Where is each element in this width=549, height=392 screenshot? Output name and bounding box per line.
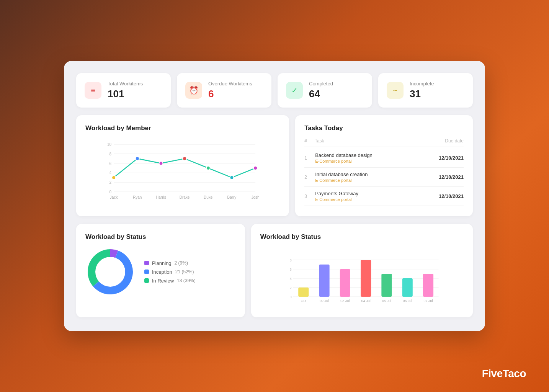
- svg-text:Harris: Harris: [156, 195, 166, 199]
- svg-rect-39: [319, 265, 329, 297]
- task-due: 12/10/2021: [439, 155, 464, 161]
- legend-count: 2 (9%): [175, 260, 188, 266]
- legend-count: 21 (52%): [175, 269, 194, 274]
- brand-logo: FiveTaco: [482, 368, 526, 380]
- col-task: Task: [315, 138, 324, 144]
- svg-text:0: 0: [109, 190, 112, 194]
- svg-rect-47: [402, 278, 412, 297]
- svg-rect-41: [340, 269, 350, 297]
- task-project: E-Commerce portal: [315, 178, 434, 183]
- task-num: 1: [304, 155, 310, 161]
- svg-text:2: 2: [109, 180, 112, 185]
- svg-text:Jack: Jack: [110, 195, 118, 199]
- svg-text:4: 4: [289, 277, 291, 281]
- task-row: 3 Payments Gateway E-Commerce portal 12/…: [304, 187, 464, 206]
- completed-icon: ✓: [286, 82, 303, 99]
- svg-text:Out: Out: [301, 299, 306, 303]
- legend-color: [144, 270, 149, 274]
- total-workitems-label: Total Workitems: [108, 81, 143, 87]
- task-row: 1 Backend database design E-Commerce por…: [304, 149, 464, 168]
- svg-text:03 Jul: 03 Jul: [340, 299, 350, 303]
- donut-legend: Planning 2 (9%) Inception 21 (52%) In Re…: [144, 260, 196, 284]
- task-num: 2: [304, 175, 310, 180]
- total-workitems-icon: ≡: [85, 82, 101, 99]
- stat-card-overdue-workitems: ⏰ Overdue Workitems 6: [177, 73, 271, 108]
- workload-member-title: Workload by Member: [85, 124, 280, 132]
- donut-content: Planning 2 (9%) Inception 21 (52%) In Re…: [85, 247, 236, 297]
- svg-point-13: [136, 157, 139, 160]
- bar-chart: 02468Out02 Jul03 Jul04 Jul05 Jul06 Jul07…: [260, 247, 464, 308]
- bottom-row: Workload by Status Planning 2 (9%) Incep…: [76, 224, 473, 317]
- overdue-workitems-icon: ⏰: [185, 82, 202, 99]
- completed-label: Completed: [309, 81, 333, 87]
- legend-label: In Review: [152, 278, 174, 284]
- incomplete-value: 31: [410, 88, 434, 100]
- svg-text:Ryan: Ryan: [133, 195, 142, 199]
- svg-text:2: 2: [289, 286, 291, 290]
- task-name: Initial database creation: [315, 172, 434, 177]
- overdue-workitems-info: Overdue Workitems 6: [208, 81, 252, 100]
- svg-text:02 Jul: 02 Jul: [320, 299, 329, 303]
- middle-row: Workload by Member 0246810JackRyanHarris…: [76, 115, 473, 216]
- svg-text:6: 6: [109, 162, 112, 166]
- total-workitems-value: 101: [108, 88, 143, 100]
- tasks-table: # Task Due date 1 Backend database desig…: [304, 138, 464, 206]
- svg-text:6: 6: [289, 268, 291, 271]
- task-info: Initial database creation E-Commerce por…: [315, 172, 434, 183]
- task-due: 12/10/2021: [439, 174, 464, 180]
- legend-label: Planning: [152, 260, 172, 266]
- workload-status-bar-title: Workload by Status: [260, 233, 464, 241]
- svg-rect-49: [423, 274, 433, 297]
- workload-member-chart: 0246810JackRyanHarrisDrakeDukeBarryJosh: [85, 138, 280, 207]
- incomplete-icon: ~: [387, 82, 404, 99]
- svg-rect-37: [298, 287, 309, 297]
- svg-point-26: [95, 257, 125, 287]
- task-project: E-Commerce portal: [315, 159, 434, 163]
- svg-rect-45: [381, 274, 392, 297]
- svg-text:Drake: Drake: [180, 195, 190, 199]
- svg-point-17: [230, 176, 234, 180]
- task-info: Backend database design E-Commerce porta…: [315, 152, 434, 163]
- tasks-table-header: # Task Due date: [304, 138, 464, 147]
- svg-point-16: [206, 166, 210, 170]
- stat-card-completed: ✓ Completed 64: [278, 73, 372, 108]
- legend-item: Planning 2 (9%): [144, 260, 196, 266]
- total-workitems-info: Total Workitems 101: [108, 81, 143, 100]
- svg-point-12: [112, 176, 116, 180]
- svg-text:10: 10: [107, 142, 112, 147]
- legend-item: Inception 21 (52%): [144, 269, 196, 275]
- task-num: 3: [304, 194, 310, 199]
- incomplete-label: Incomplete: [410, 81, 434, 87]
- col-num: #: [304, 138, 307, 144]
- svg-rect-43: [361, 260, 371, 297]
- incomplete-info: Incomplete 31: [410, 81, 434, 100]
- svg-text:Barry: Barry: [227, 195, 236, 199]
- legend-color: [144, 261, 149, 265]
- svg-text:8: 8: [109, 152, 112, 156]
- task-name: Backend database design: [315, 152, 434, 158]
- stat-card-incomplete: ~ Incomplete 31: [378, 73, 473, 108]
- svg-text:Josh: Josh: [252, 195, 260, 199]
- svg-point-14: [159, 162, 163, 165]
- tasks-today-card: Tasks Today # Task Due date 1 Backend da…: [295, 115, 473, 216]
- svg-text:05 Jul: 05 Jul: [382, 299, 391, 303]
- svg-text:8: 8: [289, 258, 291, 262]
- workload-status-title: Workload by Status: [85, 233, 236, 241]
- legend-count: 13 (39%): [177, 278, 196, 283]
- svg-text:0: 0: [289, 295, 291, 299]
- task-due: 12/10/2021: [439, 193, 464, 199]
- workload-status-bar-card: Workload by Status 02468Out02 Jul03 Jul0…: [251, 224, 473, 317]
- legend-label: Inception: [152, 269, 172, 275]
- tasks-list: 1 Backend database design E-Commerce por…: [304, 149, 464, 206]
- task-info: Payments Gateway E-Commerce portal: [315, 191, 434, 202]
- task-name: Payments Gateway: [315, 191, 434, 196]
- tasks-today-title: Tasks Today: [304, 124, 464, 132]
- workload-member-card: Workload by Member 0246810JackRyanHarris…: [76, 115, 289, 216]
- svg-point-15: [183, 157, 186, 160]
- svg-text:07 Jul: 07 Jul: [423, 299, 433, 303]
- col-due: Due date: [445, 138, 464, 144]
- stats-row: ≡ Total Workitems 101 ⏰ Overdue Workitem…: [76, 73, 473, 108]
- donut-chart: [85, 247, 135, 297]
- workload-status-donut-card: Workload by Status Planning 2 (9%) Incep…: [76, 224, 245, 317]
- overdue-workitems-label: Overdue Workitems: [208, 81, 252, 87]
